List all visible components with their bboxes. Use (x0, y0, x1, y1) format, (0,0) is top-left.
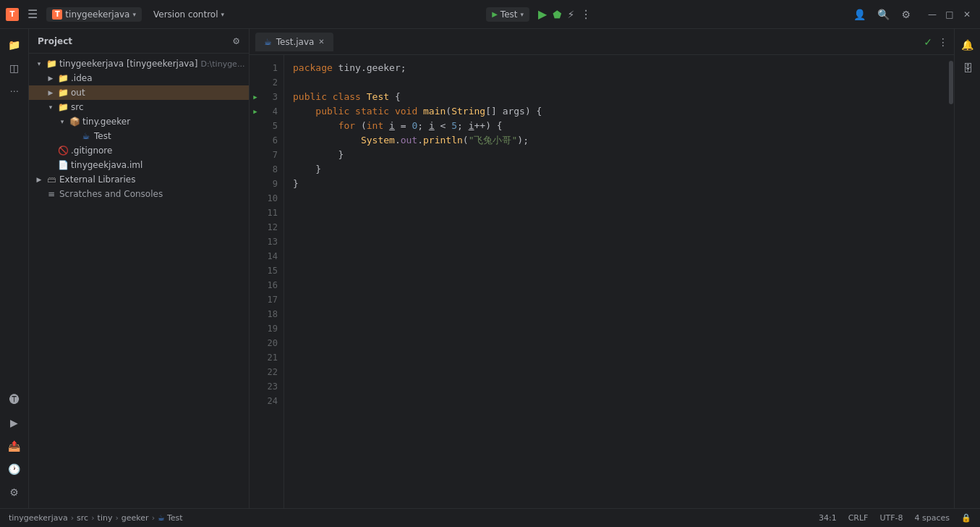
line-num-9: 9 (250, 177, 284, 191)
panel-settings-icon[interactable]: ⚙ (232, 36, 240, 46)
sidebar-icon-project[interactable]: 📁 (4, 35, 25, 55)
run-configuration[interactable]: ▶ Test ▾ (486, 7, 529, 22)
code-line-12 (293, 220, 939, 235)
line-num-23: 23 (250, 379, 284, 394)
breadcrumb-tiny[interactable]: tiny (98, 513, 113, 523)
code-line-18 (293, 307, 939, 321)
sidebar-icon-more[interactable]: ⋯ (4, 81, 25, 101)
project-name-badge[interactable]: T tinygeekerjava ▾ (46, 7, 142, 22)
tab-close-button[interactable]: ✕ (318, 38, 324, 46)
tree-out[interactable]: ▶ 📁 out (29, 85, 249, 100)
tree-tiny-geeker[interactable]: ▾ 📦 tiny.geeker (29, 114, 249, 129)
tab-java-icon: ☕ (264, 37, 272, 47)
database-icon[interactable]: 🗄 (958, 58, 978, 78)
notifications-icon[interactable]: 🔔 (958, 35, 978, 55)
breadcrumb-src[interactable]: src (77, 513, 88, 523)
code-line-2 (293, 75, 939, 90)
gitignore-label: .gitignore (71, 146, 112, 156)
settings-icon[interactable]: ⚙ (898, 6, 913, 23)
search-everywhere-icon[interactable]: 🔍 (874, 6, 892, 23)
code-content[interactable]: package tiny.geeker; public class Test {… (284, 55, 948, 508)
code-line-8: } (293, 162, 939, 177)
java-icon-test: ☕ (80, 130, 92, 142)
code-line-13 (293, 235, 939, 249)
sidebar-icon-commit[interactable]: 📤 (4, 436, 25, 456)
profile-button[interactable]: ⚡ (565, 6, 578, 23)
line-num-1: 1 (250, 61, 284, 75)
line-ending[interactable]: CRLF (848, 513, 869, 523)
tree-external-libs[interactable]: ▶ 🗃 External Libraries (29, 172, 249, 187)
sidebar-icon-learn[interactable]: 🅣 (4, 389, 25, 410)
debug-button[interactable]: ⬟ (550, 6, 564, 23)
sidebar-icon-structure[interactable]: ◫ (4, 58, 25, 78)
close-button[interactable]: ✕ (960, 7, 974, 22)
root-label: tinygeekerjava [tinygeekerjava] (59, 59, 197, 69)
run-gutter-3[interactable]: ▶ (250, 90, 261, 104)
vertical-scrollbar[interactable] (948, 55, 954, 508)
editor-tab-test[interactable]: ☕ Test.java ✕ (255, 33, 333, 51)
folder-icon: 📁 (46, 58, 57, 69)
src-label: src (71, 102, 84, 112)
maximize-button[interactable]: □ (942, 7, 957, 22)
code-line-11 (293, 206, 939, 220)
sidebar-icon-run[interactable]: ▶ (4, 413, 25, 433)
hamburger-menu[interactable]: ☰ (25, 4, 41, 24)
code-line-23 (293, 379, 939, 394)
line-num-18: 18 (250, 307, 284, 321)
more-tabs-icon[interactable]: ⋮ (938, 36, 948, 48)
line-num-4: ▶ 4 (250, 104, 284, 119)
java-file-icon: ☕ (158, 513, 165, 523)
line-num-14: 14 (250, 249, 284, 264)
version-control-btn[interactable]: Version control ▾ (148, 7, 230, 22)
run-config-icon: ▶ (492, 10, 498, 18)
breadcrumb-project[interactable]: tinygeekerjava (9, 513, 68, 523)
code-line-5: for (int i = 0; i < 5; i++) { (293, 119, 939, 133)
sidebar-icon-history[interactable]: 🕐 (4, 459, 25, 479)
window-controls: — □ ✕ (925, 7, 974, 22)
breadcrumb-test[interactable]: ☕ Test (158, 513, 183, 523)
minimize-button[interactable]: — (925, 7, 939, 22)
line-num-19: 19 (250, 321, 284, 336)
sidebar-icon-settings[interactable]: ⚙ (4, 482, 25, 502)
line-num-22: 22 (250, 365, 284, 379)
code-line-22 (293, 365, 939, 379)
line-num-7: 7 (250, 148, 284, 162)
line-num-12: 12 (250, 220, 284, 235)
right-panel: 🔔 🗄 (954, 29, 980, 508)
run-button[interactable]: ▶ (535, 4, 550, 24)
code-line-20 (293, 336, 939, 350)
code-line-21 (293, 350, 939, 365)
idea-label: .idea (71, 73, 93, 83)
encoding[interactable]: UTF-8 (879, 513, 903, 523)
line-num-16: 16 (250, 278, 284, 292)
code-line-4: public static void main(String[] args) { (293, 104, 939, 119)
scratches-label: Scratches and Consoles (59, 189, 163, 199)
breadcrumb: tinygeekerjava › src › tiny › geeker › ☕… (9, 513, 819, 523)
scrollbar-thumb[interactable] (949, 61, 953, 104)
more-run-options[interactable]: ⋮ (577, 4, 595, 24)
left-sidebar: 📁 ◫ ⋯ 🅣 ▶ 📤 🕐 ⚙ (0, 29, 29, 508)
run-config-label: Test (500, 9, 518, 20)
tree-root[interactable]: ▾ 📁 tinygeekerjava [tinygeekerjava] D:\t… (29, 56, 249, 71)
user-icon[interactable]: 👤 (851, 6, 869, 23)
titlebar-right: 👤 🔍 ⚙ — □ ✕ (851, 6, 974, 23)
run-gutter-4[interactable]: ▶ (250, 104, 261, 119)
lock-icon[interactable]: 🔒 (961, 513, 971, 523)
indent-setting[interactable]: 4 spaces (915, 513, 950, 523)
tree-src[interactable]: ▾ 📁 src (29, 100, 249, 114)
cursor-position[interactable]: 34:1 (819, 513, 837, 523)
line-num-11: 11 (250, 206, 284, 220)
editor-tabs: ☕ Test.java ✕ ✓ ⋮ (250, 29, 954, 55)
tree-scratches[interactable]: ▶ ≡ Scratches and Consoles (29, 187, 249, 201)
line-num-8: 8 (250, 162, 284, 177)
code-line-15 (293, 264, 939, 278)
tree-iml[interactable]: ▶ 📄 tinygeekjava.iml (29, 158, 249, 172)
code-line-24 (293, 394, 939, 408)
line-numbers: 1 2 ▶ 3 ▶ 4 5 6 7 8 9 10 11 12 13 14 (250, 55, 284, 508)
out-label: out (71, 88, 85, 98)
tree-test-file[interactable]: ▶ ☕ Test (29, 129, 249, 143)
tree-idea[interactable]: ▶ 📁 .idea (29, 71, 249, 85)
tree-gitignore[interactable]: ▶ 🚫 .gitignore (29, 143, 249, 158)
folder-icon-out: 📁 (57, 87, 69, 98)
breadcrumb-geeker[interactable]: geeker (122, 513, 149, 523)
